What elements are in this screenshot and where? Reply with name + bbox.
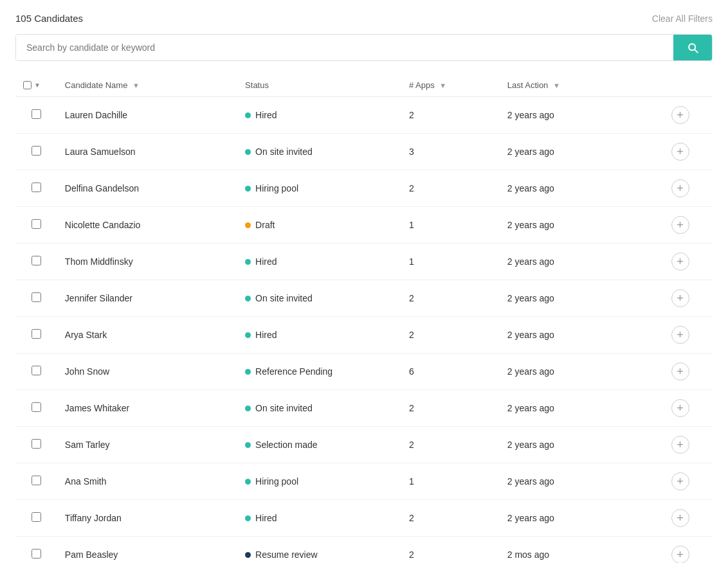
- candidate-status: Hired: [237, 317, 401, 353]
- add-candidate-button[interactable]: +: [671, 546, 689, 563]
- add-candidate-button[interactable]: +: [671, 436, 689, 454]
- table-row: Tiffany Jordan Hired 2 2 years ago +: [15, 500, 713, 537]
- row-checkbox[interactable]: [32, 439, 41, 449]
- candidate-last-action: 2 mos ago: [500, 537, 664, 564]
- candidate-status: On site invited: [237, 134, 401, 170]
- candidate-apps: 1: [401, 207, 500, 244]
- row-checkbox-cell: [15, 207, 57, 244]
- row-checkbox-cell: [15, 500, 57, 537]
- row-checkbox[interactable]: [32, 402, 41, 412]
- candidate-status: Selection made: [237, 427, 401, 463]
- candidate-name: Arya Stark: [57, 317, 237, 353]
- candidate-name: Laura Samuelson: [57, 134, 237, 170]
- status-dot-icon: [245, 552, 251, 558]
- row-checkbox[interactable]: [32, 256, 41, 265]
- table-row: Sam Tarley Selection made 2 2 years ago …: [15, 427, 713, 463]
- status-dot-icon: [245, 222, 251, 228]
- table-row: Delfina Gandelson Hiring pool 2 2 years …: [15, 170, 713, 207]
- select-all-checkbox[interactable]: [23, 81, 32, 89]
- table-row: Laura Samuelson On site invited 3 2 year…: [15, 134, 713, 170]
- row-checkbox-cell: [15, 134, 57, 170]
- add-candidate-button[interactable]: +: [671, 472, 689, 490]
- status-label: Hired: [255, 256, 277, 267]
- add-candidate-button[interactable]: +: [671, 106, 689, 124]
- row-checkbox-cell: [15, 317, 57, 353]
- name-sort-icon[interactable]: ▼: [132, 82, 140, 89]
- search-button[interactable]: [673, 35, 712, 60]
- candidate-name: Sam Tarley: [57, 427, 237, 463]
- candidate-last-action: 2 years ago: [500, 170, 664, 207]
- row-checkbox[interactable]: [32, 109, 41, 119]
- add-candidate-button[interactable]: +: [671, 326, 689, 344]
- candidate-last-action: 2 years ago: [500, 97, 664, 134]
- candidate-last-action: 2 years ago: [500, 500, 664, 537]
- candidates-count: 105 Candidates: [15, 13, 83, 24]
- candidate-apps: 2: [401, 390, 500, 427]
- action-sort-icon[interactable]: ▼: [553, 82, 560, 89]
- candidate-name: Jennifer Silander: [57, 280, 237, 317]
- status-label: Hiring pool: [255, 183, 298, 193]
- row-action-cell: +: [664, 427, 713, 463]
- row-checkbox[interactable]: [32, 476, 41, 485]
- row-action-cell: +: [664, 170, 713, 207]
- chevron-down-icon[interactable]: ▼: [34, 82, 41, 89]
- add-candidate-button[interactable]: +: [671, 253, 689, 271]
- col-header-check: ▼: [15, 74, 57, 97]
- table-row: John Snow Reference Pending 6 2 years ag…: [15, 353, 713, 390]
- row-checkbox[interactable]: [32, 549, 41, 559]
- status-label: Hired: [255, 513, 277, 523]
- add-candidate-button[interactable]: +: [671, 509, 689, 527]
- status-label: Draft: [255, 220, 275, 230]
- row-action-cell: +: [664, 353, 713, 390]
- status-dot-icon: [245, 186, 251, 192]
- add-candidate-button[interactable]: +: [671, 143, 689, 161]
- status-dot-icon: [245, 112, 251, 118]
- add-candidate-button[interactable]: +: [671, 216, 689, 234]
- row-checkbox[interactable]: [32, 329, 41, 339]
- col-header-last-action: Last Action ▼: [500, 74, 664, 97]
- candidate-last-action: 2 years ago: [500, 134, 664, 170]
- candidates-table: ▼ Candidate Name ▼ Status # Apps ▼ Last …: [15, 74, 713, 563]
- status-dot-icon: [245, 406, 251, 411]
- table-row: Nicolette Candazio Draft 1 2 years ago +: [15, 207, 713, 244]
- status-dot-icon: [245, 332, 251, 338]
- candidate-status: Hired: [237, 97, 401, 134]
- row-action-cell: +: [664, 317, 713, 353]
- row-checkbox-cell: [15, 537, 57, 564]
- row-checkbox[interactable]: [32, 292, 41, 302]
- status-label: On site invited: [255, 403, 313, 413]
- add-candidate-button[interactable]: +: [671, 179, 689, 197]
- table-row: Pam Beasley Resume review 2 2 mos ago +: [15, 537, 713, 564]
- status-label: On site invited: [255, 147, 313, 157]
- row-checkbox[interactable]: [32, 512, 41, 522]
- candidate-apps: 1: [401, 463, 500, 500]
- row-checkbox[interactable]: [32, 146, 41, 156]
- row-action-cell: +: [664, 463, 713, 500]
- candidate-name: Delfina Gandelson: [57, 170, 237, 207]
- candidate-last-action: 2 years ago: [500, 280, 664, 317]
- candidate-name: John Snow: [57, 353, 237, 390]
- candidate-apps: 2: [401, 170, 500, 207]
- row-checkbox-cell: [15, 390, 57, 427]
- search-bar: [15, 34, 713, 61]
- row-checkbox[interactable]: [32, 183, 41, 192]
- search-icon: [686, 41, 699, 54]
- candidate-status: Hiring pool: [237, 170, 401, 207]
- candidate-apps: 1: [401, 244, 500, 280]
- status-dot-icon: [245, 515, 251, 521]
- table-row: Thom Middfinsky Hired 1 2 years ago +: [15, 244, 713, 280]
- row-checkbox[interactable]: [32, 219, 41, 229]
- row-checkbox-cell: [15, 97, 57, 134]
- add-candidate-button[interactable]: +: [671, 399, 689, 417]
- row-checkbox[interactable]: [32, 366, 41, 375]
- search-input[interactable]: [16, 35, 673, 60]
- clear-filters-button[interactable]: Clear All Filters: [652, 13, 713, 24]
- table-row: James Whitaker On site invited 2 2 years…: [15, 390, 713, 427]
- apps-sort-icon[interactable]: ▼: [439, 82, 446, 89]
- candidate-name: Ana Smith: [57, 463, 237, 500]
- add-candidate-button[interactable]: +: [671, 362, 689, 380]
- status-label: Selection made: [255, 440, 318, 450]
- candidate-apps: 2: [401, 500, 500, 537]
- row-action-cell: +: [664, 97, 713, 134]
- add-candidate-button[interactable]: +: [671, 289, 689, 307]
